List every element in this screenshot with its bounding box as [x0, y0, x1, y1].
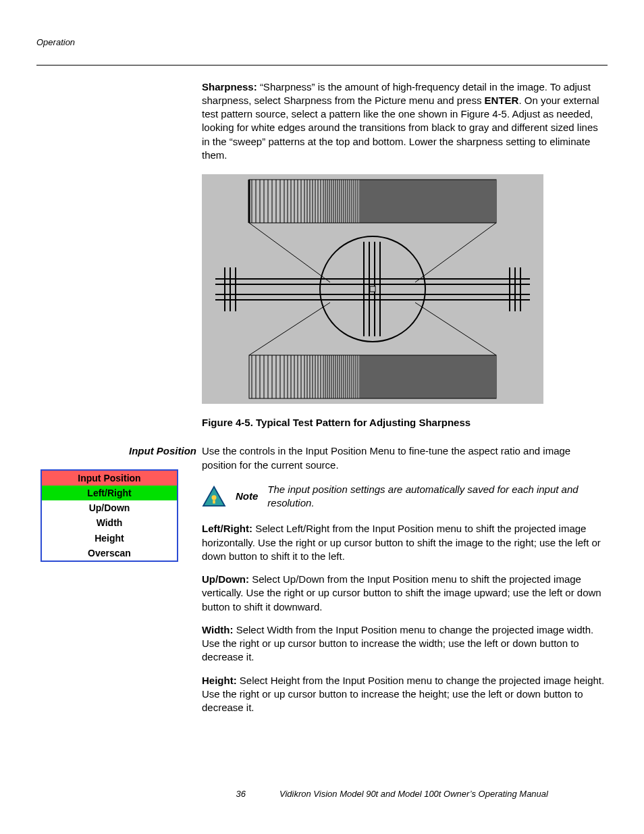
svg-line-285	[415, 303, 496, 355]
side-heading-input-position: Input Position	[36, 444, 196, 458]
menu-title: Input Position	[42, 471, 177, 486]
text-height: Select Height from the Input Position me…	[202, 675, 604, 714]
svg-line-284	[249, 303, 330, 355]
para-sharpness: Sharpness: “Sharpness” is the amount of …	[202, 80, 608, 163]
label-sharpness: Sharpness:	[202, 81, 260, 93]
label-width: Width:	[202, 624, 236, 635]
svg-rect-1	[249, 355, 496, 398]
row-sharpness: Sharpness: “Sharpness” is the amount of …	[36, 80, 608, 445]
para-height: Height: Select Height from the Input Pos…	[202, 674, 608, 715]
running-header: Operation	[36, 36, 608, 49]
label-enter: ENTER	[485, 95, 519, 106]
note-row: Note The input position settings are aut…	[202, 483, 608, 511]
menu-item-up-down: Up/Down	[42, 500, 177, 515]
figure-caption: Figure 4-5. Typical Test Pattern for Adj…	[202, 416, 608, 429]
page-footer: 36 Vidikron Vision Model 90t and Model 1…	[36, 788, 608, 800]
menu-input-position: Input Position Left/Right Up/Down Width …	[41, 469, 178, 563]
label-up-down: Up/Down:	[202, 573, 252, 585]
para-width: Width: Select Width from the Input Posit…	[202, 623, 608, 664]
svg-rect-301	[370, 286, 375, 292]
label-height: Height:	[202, 675, 240, 686]
menu-item-overscan: Overscan	[42, 546, 177, 561]
menu-item-width: Width	[42, 515, 177, 530]
text-width: Select Width from the Input Position men…	[202, 624, 593, 663]
svg-rect-0	[249, 180, 496, 223]
para-up-down: Up/Down: Select Up/Down from the Input P…	[202, 573, 608, 614]
para-left-right: Left/Right: Select Left/Right from the I…	[202, 522, 608, 563]
doc-title: Vidikron Vision Model 90t and Model 100t…	[279, 788, 608, 800]
svg-line-283	[415, 223, 496, 282]
menu-item-left-right: Left/Right	[42, 486, 177, 500]
main-input-position: Use the controls in the Input Position M…	[202, 444, 608, 724]
note-label: Note	[236, 490, 258, 503]
page-number: 36	[36, 788, 279, 800]
svg-rect-304	[213, 500, 215, 503]
note-text: The input position settings are automati…	[267, 483, 608, 511]
side-input-position: Input Position Input Position Left/Right…	[36, 444, 202, 562]
header-rule	[36, 65, 608, 66]
figure-test-pattern	[202, 174, 543, 404]
svg-line-282	[249, 223, 330, 282]
main-sharpness: Sharpness: “Sharpness” is the amount of …	[202, 80, 608, 445]
text-up-down: Select Up/Down from the Input Position m…	[202, 573, 601, 613]
warning-triangle-icon	[202, 486, 226, 507]
document-page: Operation Sharpness: “Sharpness” is the …	[0, 0, 644, 834]
row-input-position: Input Position Input Position Left/Right…	[36, 444, 608, 724]
label-left-right: Left/Right:	[202, 523, 255, 534]
para-intro: Use the controls in the Input Position M…	[202, 444, 608, 472]
menu-item-height: Height	[42, 531, 177, 546]
text-left-right: Select Left/Right from the Input Positio…	[202, 523, 601, 562]
test-pattern-icon	[202, 174, 543, 404]
svg-point-303	[211, 495, 216, 500]
